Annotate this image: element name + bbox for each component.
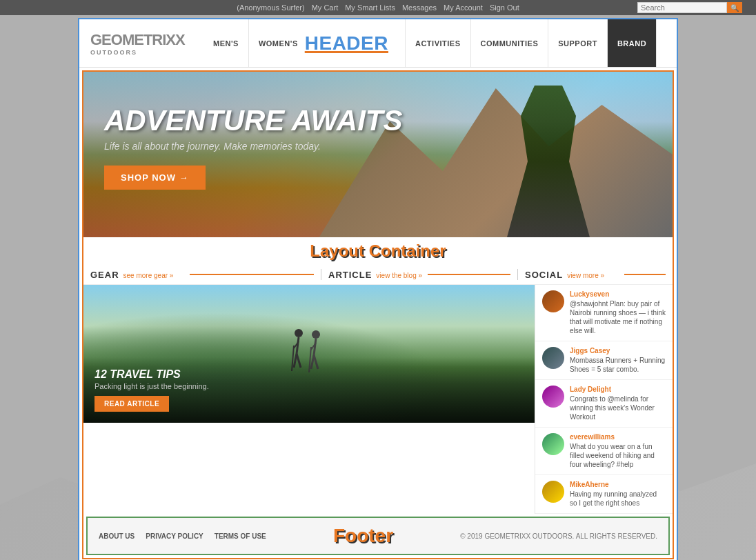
shop-now-button[interactable]: SHOP NOW [104, 166, 206, 190]
avatar-luckyseven [542, 290, 564, 312]
social-link[interactable]: view more » [567, 272, 604, 279]
gear-title: GEAR [90, 270, 119, 280]
footer-content: ABOUT US PRIVACY POLICY TERMS OF USE Foo… [88, 518, 668, 554]
gear-section-header: GEAR see more gear » [90, 270, 190, 280]
logo[interactable]: geometrixx OUTDOORS [90, 31, 185, 56]
social-content-1: Jiggs Casey Mombassa Runners + Running S… [570, 347, 666, 374]
social-text-0: @shawjohnt Plan: buy pair of Nairobi run… [570, 299, 666, 335]
social-username-0[interactable]: Luckyseven [570, 290, 666, 298]
main-content: 12 TRAVEL TIPS Packing light is just the… [83, 285, 673, 514]
hero-title: ADVENTURE AWAITS [104, 106, 402, 135]
logo-text: geometrixx OUTDOORS [90, 31, 185, 56]
topbar-anonymous[interactable]: (Anonymous Surfer) [237, 3, 304, 12]
avatar-jiggs [542, 347, 564, 369]
section-div-1 [321, 269, 321, 280]
article-description: Packing light is just the beginning. [94, 382, 524, 390]
search-input[interactable] [637, 2, 727, 13]
social-item-2: Lady Delight Congrats to @melinda for wi… [535, 380, 673, 428]
nav-mens[interactable]: MEN'S [203, 19, 249, 67]
article-overlay: 12 TRAVEL TIPS Packing light is just the… [83, 357, 535, 423]
svg-point-6 [312, 330, 320, 339]
site-header: geometrixx OUTDOORS MEN'S WOMEN'S Header… [79, 19, 677, 68]
nav-support[interactable]: SUPPORT [548, 19, 608, 67]
social-username-4[interactable]: MikeAherne [570, 481, 666, 488]
avatar-evere [542, 433, 564, 455]
footer-terms[interactable]: TERMS OF USE [215, 532, 266, 540]
avatar-lady [542, 386, 564, 408]
nav-brand[interactable]: BRAND [608, 19, 657, 67]
main-wrapper: geometrixx OUTDOORS MEN'S WOMEN'S Header… [78, 18, 678, 560]
nav-communities[interactable]: COMMUNITIES [471, 19, 549, 67]
social-content-0: Luckyseven @shawjohnt Plan: buy pair of … [570, 290, 666, 335]
nav-area: MEN'S WOMEN'S Header ACTIVITIES COMMUNIT… [203, 19, 677, 67]
social-item-0: Luckyseven @shawjohnt Plan: buy pair of … [535, 285, 673, 341]
topbar-signout[interactable]: Sign Out [490, 3, 519, 12]
social-text-2: Congrats to @melinda for winning this we… [570, 394, 666, 421]
social-divider [624, 274, 666, 275]
footer-label: Footer [333, 525, 393, 547]
nav-activities[interactable]: ACTIVITIES [406, 19, 471, 67]
footer-copyright: © 2019 GEOMETRIXX OUTDOORS. ALL RIGHTS R… [460, 532, 657, 540]
content-wrapper: ADVENTURE AWAITS Life is all about the j… [82, 70, 674, 559]
topbar-smartlists[interactable]: My Smart Lists [345, 3, 395, 12]
topbar-account[interactable]: My Account [444, 3, 483, 12]
article-section-header: ARTICLE view the blog » [328, 270, 428, 280]
footer-about[interactable]: ABOUT US [99, 532, 135, 540]
article-count: 12 TRAVEL TIPS [94, 368, 524, 381]
footer-privacy[interactable]: PRIVACY POLICY [146, 532, 203, 540]
footer-wrapper: ABOUT US PRIVACY POLICY TERMS OF USE Foo… [86, 517, 670, 555]
article-title: ARTICLE [328, 270, 372, 280]
social-username-2[interactable]: Lady Delight [570, 386, 666, 393]
sections-row: GEAR see more gear » ARTICLE view the bl… [83, 265, 673, 285]
social-username-3[interactable]: everewilliams [570, 433, 666, 441]
social-content-4: MikeAherne Having my running analyzed so… [570, 481, 666, 508]
avatar-mike [542, 481, 564, 503]
social-item-3: everewilliams What do you wear on a fun … [535, 428, 673, 475]
social-section: Luckyseven @shawjohnt Plan: buy pair of … [535, 285, 673, 514]
layout-container-label: Layout Container [83, 237, 673, 265]
social-text-1: Mombassa Runners + Running Shoes = 5 sta… [570, 356, 666, 374]
nav-womens[interactable]: WOMEN'S Header [249, 19, 406, 67]
article-card: 12 TRAVEL TIPS Packing light is just the… [83, 285, 535, 423]
search-button[interactable]: 🔍 [727, 2, 742, 13]
section-div-2 [517, 269, 518, 280]
header-label: Header [298, 32, 395, 54]
social-item-1: Jiggs Casey Mombassa Runners + Running S… [535, 341, 673, 380]
read-article-button[interactable]: READ ARTICLE [94, 396, 169, 412]
social-content-2: Lady Delight Congrats to @melinda for wi… [570, 386, 666, 421]
search-box: 🔍 [637, 2, 742, 13]
topbar-cart[interactable]: My Cart [312, 3, 339, 12]
topbar-messages[interactable]: Messages [402, 3, 437, 12]
svg-line-7 [314, 339, 316, 355]
top-bar: (Anonymous Surfer) My Cart My Smart List… [0, 0, 756, 15]
gear-divider [190, 274, 314, 275]
svg-point-0 [295, 329, 303, 337]
article-link[interactable]: view the blog » [376, 272, 422, 279]
logo-area: geometrixx OUTDOORS [79, 19, 203, 67]
social-username-1[interactable]: Jiggs Casey [570, 347, 666, 354]
article-section: 12 TRAVEL TIPS Packing light is just the… [83, 285, 535, 514]
social-item-4: MikeAherne Having my running analyzed so… [535, 475, 673, 514]
gear-link[interactable]: see more gear » [123, 272, 174, 279]
social-text-3: What do you wear on a fun filled weekend… [570, 442, 666, 469]
footer-links: ABOUT US PRIVACY POLICY TERMS OF USE [99, 532, 266, 540]
social-content-3: everewilliams What do you wear on a fun … [570, 433, 666, 469]
hero-subtitle: Life is all about the journey. Make memo… [104, 141, 402, 152]
social-text-4: Having my running analyzed so I get the … [570, 490, 666, 508]
social-section-header: SOCIAL view more » [525, 270, 624, 280]
social-title: SOCIAL [525, 270, 563, 280]
svg-line-1 [297, 337, 299, 354]
hero-text: ADVENTURE AWAITS Life is all about the j… [104, 106, 402, 190]
hero-banner: ADVENTURE AWAITS Life is all about the j… [83, 72, 673, 237]
article-divider [428, 274, 510, 275]
